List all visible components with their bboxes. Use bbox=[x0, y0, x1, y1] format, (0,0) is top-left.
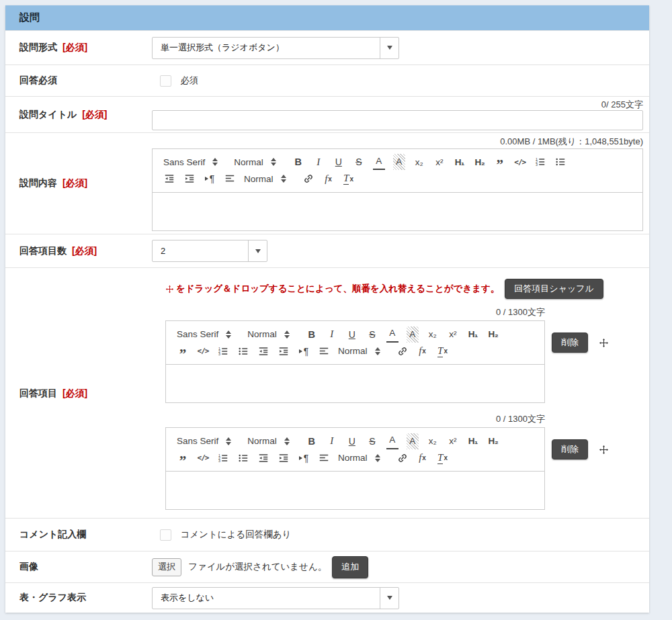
list-bullet-icon bbox=[238, 346, 249, 357]
strike-button[interactable]: S bbox=[366, 326, 378, 343]
superscript-button[interactable]: x² bbox=[433, 154, 446, 170]
chart-display-select[interactable]: 表示をしない bbox=[152, 587, 399, 609]
comment-field-checkbox[interactable] bbox=[160, 529, 171, 541]
move-handle-icon[interactable] bbox=[599, 445, 609, 455]
heading-select[interactable]: Normal bbox=[247, 326, 290, 343]
clear-button[interactable]: Tx bbox=[437, 450, 449, 466]
list-ordered-button[interactable]: 123 bbox=[534, 154, 546, 170]
question-title-input[interactable] bbox=[152, 110, 643, 130]
font-select[interactable]: Sans Serif bbox=[177, 433, 231, 449]
bold-button[interactable]: B bbox=[306, 326, 318, 343]
comment-field-checkbox-label: コメントによる回答欄あり bbox=[180, 529, 291, 539]
add-image-button[interactable]: 追加 bbox=[332, 556, 368, 578]
strike-button[interactable]: S bbox=[366, 433, 378, 449]
clear-button[interactable]: Tx bbox=[437, 343, 449, 359]
list-bullet-button[interactable] bbox=[237, 343, 249, 359]
answer-item-count-select[interactable]: 2 bbox=[152, 240, 267, 262]
editor-content-area[interactable] bbox=[166, 472, 544, 509]
shuffle-button[interactable]: 回答項目シャッフル bbox=[505, 279, 603, 299]
bold-button[interactable]: B bbox=[306, 433, 318, 449]
updown-arrows-icon bbox=[271, 158, 276, 166]
question-type-select-value: 単一選択形式（ラジオボタン） bbox=[153, 38, 380, 58]
align-button[interactable] bbox=[318, 343, 330, 359]
header2-button[interactable]: H₂ bbox=[474, 154, 486, 170]
updown-arrows-icon bbox=[375, 454, 380, 462]
list-ordered-button[interactable]: 123 bbox=[217, 450, 229, 466]
direction-button[interactable]: ¶ bbox=[204, 171, 216, 187]
code-button[interactable]: </> bbox=[514, 154, 526, 170]
underline-button[interactable]: U bbox=[346, 433, 358, 449]
size-select[interactable]: Normal bbox=[338, 343, 380, 359]
italic-button[interactable]: I bbox=[312, 154, 325, 170]
question-type-select[interactable]: 単一選択形式（ラジオボタン） bbox=[152, 37, 399, 59]
outdent-button[interactable] bbox=[163, 171, 175, 187]
dropdown-arrow-icon bbox=[380, 38, 398, 58]
superscript-button[interactable]: x² bbox=[447, 433, 459, 449]
heading-select[interactable]: Normal bbox=[247, 433, 290, 449]
header2-button[interactable]: H₂ bbox=[487, 433, 499, 449]
list-bullet-button[interactable] bbox=[237, 450, 249, 466]
indent-button[interactable] bbox=[183, 171, 196, 187]
size-select[interactable]: Normal bbox=[244, 171, 286, 187]
direction-triangle-icon bbox=[299, 349, 302, 353]
font-select[interactable]: Sans Serif bbox=[163, 154, 218, 170]
move-handle-icon[interactable] bbox=[599, 338, 609, 348]
link-button[interactable] bbox=[302, 171, 314, 187]
strike-button[interactable]: S bbox=[353, 154, 365, 170]
header1-button[interactable]: H₁ bbox=[454, 154, 466, 170]
align-button[interactable] bbox=[224, 171, 236, 187]
heading-select[interactable]: Normal bbox=[234, 154, 276, 170]
link-button[interactable] bbox=[396, 343, 409, 359]
align-button[interactable] bbox=[318, 450, 330, 466]
direction-button[interactable]: ¶ bbox=[298, 450, 310, 466]
underline-button[interactable]: U bbox=[333, 154, 345, 170]
outdent-button[interactable] bbox=[257, 450, 269, 466]
answer-required-checkbox[interactable] bbox=[160, 75, 171, 87]
subscript-button[interactable]: x₂ bbox=[427, 433, 439, 449]
formula-button[interactable]: fx bbox=[323, 171, 335, 187]
indent-button[interactable] bbox=[278, 450, 290, 466]
direction-button[interactable]: ¶ bbox=[298, 343, 310, 359]
blockquote-button[interactable]: ” bbox=[177, 343, 189, 359]
editor-toolbar: Sans SerifNormalBIUSAAx₂x²H₁H₂”</>123¶No… bbox=[166, 321, 544, 365]
font-select[interactable]: Sans Serif bbox=[177, 326, 231, 343]
formula-button[interactable]: fx bbox=[417, 343, 429, 359]
delete-button[interactable]: 削除 bbox=[552, 333, 588, 353]
size-select[interactable]: Normal bbox=[338, 450, 380, 466]
code-button[interactable]: </> bbox=[197, 343, 209, 359]
editor-content-area[interactable] bbox=[153, 193, 642, 230]
outdent-icon bbox=[258, 346, 269, 357]
list-bullet-button[interactable] bbox=[554, 154, 566, 170]
background-button[interactable]: A bbox=[407, 433, 419, 449]
formula-button[interactable]: fx bbox=[417, 450, 429, 466]
background-button[interactable]: A bbox=[407, 326, 419, 343]
bold-button[interactable]: B bbox=[292, 154, 304, 170]
blockquote-button[interactable]: ” bbox=[177, 450, 189, 466]
subscript-button[interactable]: x₂ bbox=[413, 154, 425, 170]
underline-button[interactable]: U bbox=[346, 326, 358, 343]
header1-button[interactable]: H₁ bbox=[467, 326, 479, 343]
indent-icon bbox=[278, 453, 289, 463]
list-ordered-button[interactable]: 123 bbox=[217, 343, 229, 359]
file-select-button[interactable]: 選択 bbox=[152, 558, 181, 576]
link-button[interactable] bbox=[396, 450, 409, 466]
outdent-button[interactable] bbox=[257, 343, 269, 359]
header1-button[interactable]: H₁ bbox=[467, 433, 479, 449]
background-button[interactable]: A bbox=[393, 154, 405, 170]
italic-button[interactable]: I bbox=[326, 326, 338, 343]
indent-button[interactable] bbox=[278, 343, 290, 359]
color-button[interactable]: A bbox=[373, 154, 385, 170]
clear-button[interactable]: Tx bbox=[343, 171, 355, 187]
answer-item-count-row: 回答項目数 [必須] 2 bbox=[5, 234, 649, 267]
header2-button[interactable]: H₂ bbox=[487, 326, 499, 343]
required-badge: [必須] bbox=[62, 177, 87, 188]
blockquote-button[interactable]: ” bbox=[494, 154, 506, 170]
code-button[interactable]: </> bbox=[197, 450, 209, 466]
italic-button[interactable]: I bbox=[326, 433, 338, 449]
superscript-button[interactable]: x² bbox=[447, 326, 459, 343]
color-button[interactable]: A bbox=[386, 433, 398, 449]
color-button[interactable]: A bbox=[386, 326, 398, 343]
delete-button[interactable]: 削除 bbox=[552, 439, 588, 459]
subscript-button[interactable]: x₂ bbox=[427, 326, 439, 343]
editor-content-area[interactable] bbox=[166, 365, 544, 402]
